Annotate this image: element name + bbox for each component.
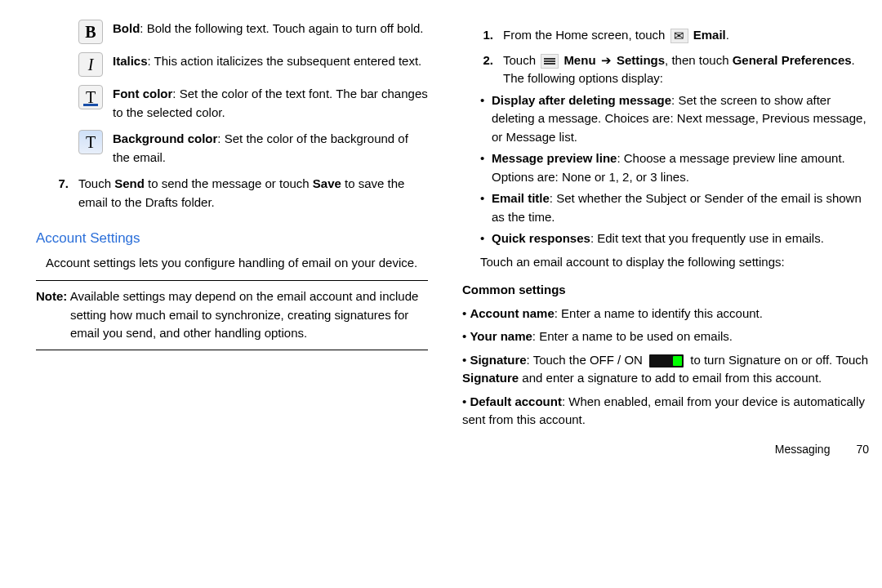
background-color-icon: T — [78, 130, 103, 154]
font-color-icon: T — [78, 85, 103, 109]
background-color-description: Background color: Set the color of the b… — [113, 130, 428, 167]
common-settings-heading: Common settings — [462, 281, 869, 300]
step-2: 2. Touch Menu ➔ Settings, then touch Gen… — [461, 51, 869, 88]
italics-icon: I — [78, 52, 103, 77]
step-7: 7. Touch Send to send the message or tou… — [36, 175, 428, 212]
page-footer: Messaging 70 — [461, 441, 869, 458]
toggle-icon — [649, 354, 684, 368]
bullet-default-account: • Default account: When enabled, email f… — [462, 393, 869, 430]
footer-section: Messaging — [775, 441, 831, 458]
left-column: B Bold: Bold the following text. Touch a… — [36, 20, 428, 458]
note-block: Note: Available settings may depend on t… — [36, 280, 428, 350]
account-settings-desc: Account settings lets you configure hand… — [46, 254, 428, 273]
bold-icon: B — [78, 20, 103, 44]
right-column: 1. From the Home screen, touch ✉ Email. … — [461, 20, 869, 458]
bullet-email-title: • Email title: Set whether the Subject o… — [480, 189, 869, 226]
bullet-account-name: • Account name: Enter a name to identify… — [462, 305, 869, 323]
italics-description: Italics: This action italicizes the subs… — [113, 52, 428, 71]
step-1: 1. From the Home screen, touch ✉ Email. — [461, 26, 869, 45]
email-app-icon: ✉ — [670, 29, 688, 43]
menu-icon — [541, 54, 559, 69]
footer-page: 70 — [856, 441, 869, 458]
bullet-display-after-delete: • Display after deleting message: Set th… — [480, 91, 869, 147]
font-color-description: Font color: Set the color of the text fo… — [113, 85, 428, 122]
touch-account-line: Touch an email account to display the fo… — [480, 253, 869, 272]
bullet-signature: • Signature: Touch the OFF / ON to turn … — [462, 351, 869, 388]
bold-description: Bold: Bold the following text. Touch aga… — [113, 20, 428, 38]
account-settings-heading: Account Settings — [36, 228, 428, 249]
bullet-message-preview: • Message preview line: Choose a message… — [480, 149, 869, 186]
bullet-quick-responses: • Quick responses: Edit text that you fr… — [480, 229, 869, 248]
arrow-icon: ➔ — [601, 51, 612, 70]
bullet-your-name: • Your name: Enter a name to be used on … — [462, 327, 869, 346]
